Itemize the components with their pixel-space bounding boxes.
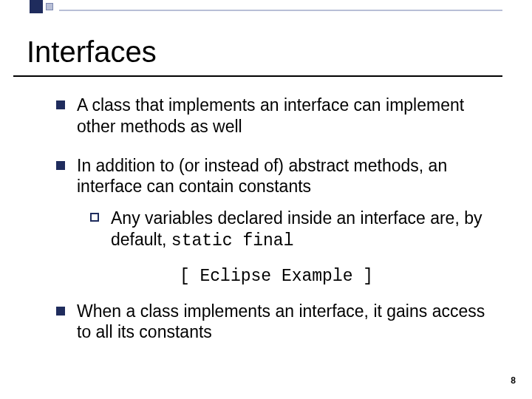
bullet-2: In addition to (or instead of) abstract … <box>56 155 497 252</box>
bullet-3-text: When a class implements an interface, it… <box>77 301 485 342</box>
page-number: 8 <box>511 375 516 386</box>
square-bullet-icon <box>56 100 65 109</box>
bullet-1-text: A class that implements an interface can… <box>77 95 464 136</box>
content-area: A class that implements an interface can… <box>56 95 497 361</box>
example-line: [ Eclipse Example ] <box>56 267 497 286</box>
bullet-1: A class that implements an interface can… <box>56 95 497 137</box>
title-underline <box>13 75 502 77</box>
deco-square-small <box>46 3 53 10</box>
sub-bullet-1: Any variables declared inside an interfa… <box>90 208 497 252</box>
square-bullet-icon <box>56 161 65 170</box>
bullet-3: When a class implements an interface, it… <box>56 301 497 344</box>
bullet-2-text: In addition to (or instead of) abstract … <box>77 156 447 197</box>
sub-bullet-1-code: static final <box>171 231 294 250</box>
header-decoration <box>0 0 532 13</box>
sub-bullet-1-prefix: Any variables declared inside an interfa… <box>111 208 482 249</box>
hollow-bullet-icon <box>90 213 99 222</box>
square-bullet-icon <box>56 307 65 316</box>
deco-top-rule <box>59 10 502 11</box>
page-title: Interfaces <box>27 35 157 69</box>
deco-square-large <box>30 0 43 13</box>
